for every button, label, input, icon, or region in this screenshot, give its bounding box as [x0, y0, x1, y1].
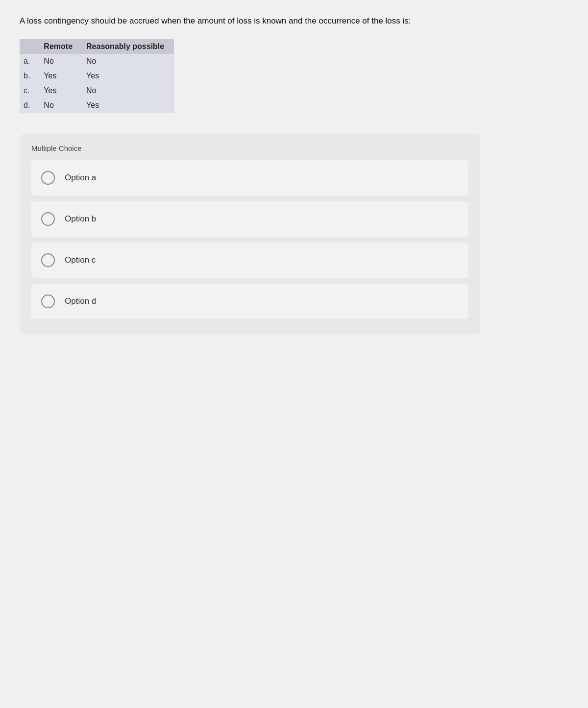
table-cell-remote: No	[40, 54, 82, 69]
table-cell-label: d.	[20, 98, 40, 113]
radio-b[interactable]	[41, 212, 55, 226]
table-row: c.YesNo	[20, 83, 174, 98]
option-c[interactable]: Option c	[31, 243, 468, 278]
table-cell-remote: Yes	[40, 69, 82, 83]
radio-d[interactable]	[41, 294, 55, 308]
radio-a[interactable]	[41, 171, 55, 185]
answer-table: Remote Reasonably possible a.NoNob.YesYe…	[20, 39, 174, 113]
option-a[interactable]: Option a	[31, 160, 468, 195]
option-label-c: Option c	[65, 255, 96, 265]
multiple-choice-title: Multiple Choice	[31, 144, 468, 152]
option-label-d: Option d	[65, 296, 96, 306]
table-header-empty	[20, 39, 40, 54]
table-header-reasonably: Reasonably possible	[82, 39, 174, 54]
table-row: d.NoYes	[20, 98, 174, 113]
table-row: a.NoNo	[20, 54, 174, 69]
option-d[interactable]: Option d	[31, 284, 468, 319]
table-cell-label: b.	[20, 69, 40, 83]
question-text: A loss contingency should be accrued whe…	[20, 15, 568, 27]
table-cell-reasonably-possible: Yes	[82, 69, 174, 83]
option-label-a: Option a	[65, 173, 96, 183]
table-row: b.YesYes	[20, 69, 174, 83]
table-header-remote: Remote	[40, 39, 82, 54]
table-cell-label: a.	[20, 54, 40, 69]
table-cell-remote: No	[40, 98, 82, 113]
option-b[interactable]: Option b	[31, 201, 468, 237]
multiple-choice-section: Multiple Choice Option aOption bOption c…	[20, 134, 480, 334]
table-cell-label: c.	[20, 83, 40, 98]
table-cell-reasonably-possible: Yes	[82, 98, 174, 113]
option-label-b: Option b	[65, 214, 96, 224]
table-cell-reasonably-possible: No	[82, 83, 174, 98]
table-cell-remote: Yes	[40, 83, 82, 98]
table-cell-reasonably-possible: No	[82, 54, 174, 69]
radio-c[interactable]	[41, 253, 55, 267]
